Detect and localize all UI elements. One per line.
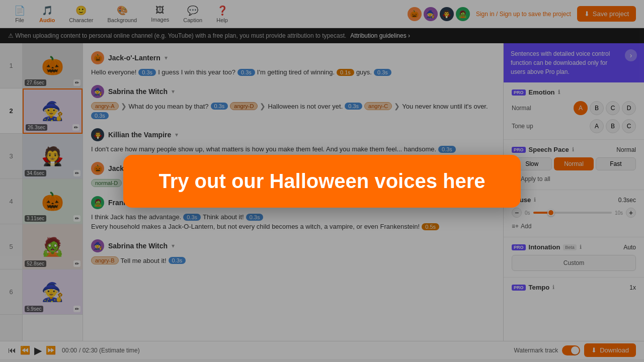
halloween-popup[interactable]: Try out our Halloween voices here xyxy=(123,155,520,208)
halloween-overlay[interactable]: Try out our Halloween voices here xyxy=(0,0,644,362)
